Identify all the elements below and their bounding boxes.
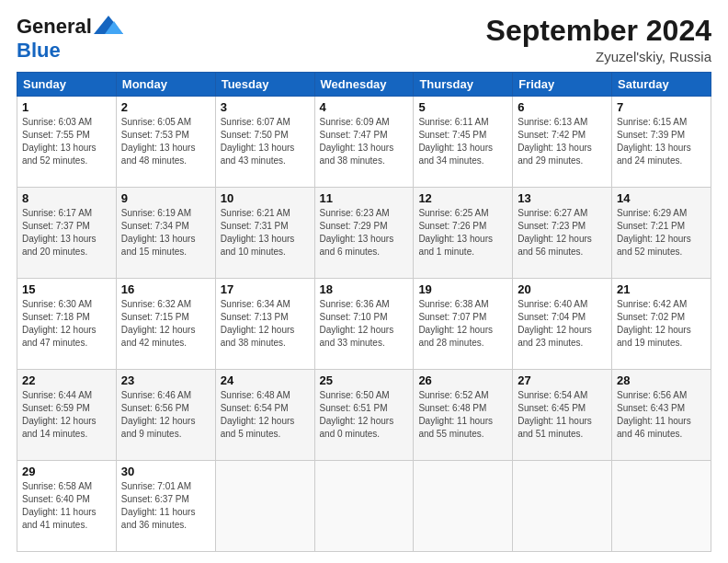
day-number: 26 — [418, 373, 507, 387]
day-number: 25 — [320, 373, 409, 387]
day-info: Sunrise: 6:58 AMSunset: 6:40 PMDaylight:… — [22, 481, 97, 530]
day-number: 11 — [320, 191, 409, 205]
day-number: 19 — [418, 282, 507, 296]
day-number: 20 — [518, 282, 607, 296]
day-info: Sunrise: 6:56 AMSunset: 6:43 PMDaylight:… — [617, 390, 691, 439]
calendar-cell: 10 Sunrise: 6:21 AMSunset: 7:31 PMDaylig… — [215, 188, 314, 279]
calendar: Sunday Monday Tuesday Wednesday Thursday… — [17, 72, 711, 552]
day-number: 14 — [617, 191, 706, 205]
calendar-row: 15 Sunrise: 6:30 AMSunset: 7:18 PMDaylig… — [17, 279, 711, 370]
header: General Blue September 2024 Zyuzel'skiy,… — [17, 15, 711, 64]
day-number: 30 — [121, 465, 210, 478]
calendar-cell: 1 Sunrise: 6:03 AMSunset: 7:55 PMDayligh… — [17, 97, 117, 188]
day-info: Sunrise: 6:48 AMSunset: 6:54 PMDaylight:… — [221, 390, 295, 439]
logo-blue-text: Blue — [17, 39, 123, 63]
day-number: 2 — [121, 100, 210, 114]
day-info: Sunrise: 6:34 AMSunset: 7:13 PMDaylight:… — [221, 299, 295, 348]
day-info: Sunrise: 6:17 AMSunset: 7:37 PMDaylight:… — [22, 208, 97, 257]
col-wednesday: Wednesday — [314, 73, 414, 97]
day-info: Sunrise: 6:32 AMSunset: 7:15 PMDaylight:… — [121, 299, 196, 348]
day-number: 18 — [320, 282, 409, 296]
day-number: 16 — [121, 282, 210, 296]
calendar-cell: 30 Sunrise: 7:01 AMSunset: 6:37 PMDaylig… — [116, 461, 215, 552]
day-info: Sunrise: 6:19 AMSunset: 7:34 PMDaylight:… — [121, 208, 196, 257]
day-info: Sunrise: 6:13 AMSunset: 7:42 PMDaylight:… — [518, 117, 592, 166]
calendar-cell: 4 Sunrise: 6:09 AMSunset: 7:47 PMDayligh… — [314, 97, 414, 188]
day-number: 17 — [221, 282, 310, 296]
day-info: Sunrise: 6:15 AMSunset: 7:39 PMDaylight:… — [617, 117, 691, 166]
day-number: 13 — [518, 191, 607, 205]
calendar-cell — [314, 461, 414, 552]
day-number: 12 — [418, 191, 507, 205]
calendar-cell: 7 Sunrise: 6:15 AMSunset: 7:39 PMDayligh… — [612, 97, 711, 188]
page: General Blue September 2024 Zyuzel'skiy,… — [0, 0, 728, 563]
calendar-cell: 26 Sunrise: 6:52 AMSunset: 6:48 PMDaylig… — [414, 370, 513, 461]
day-info: Sunrise: 6:23 AMSunset: 7:29 PMDaylight:… — [320, 208, 394, 257]
calendar-cell — [414, 461, 513, 552]
day-number: 29 — [22, 465, 111, 478]
col-thursday: Thursday — [414, 73, 513, 97]
day-number: 8 — [22, 191, 111, 205]
day-number: 10 — [221, 191, 310, 205]
calendar-cell: 8 Sunrise: 6:17 AMSunset: 7:37 PMDayligh… — [17, 188, 117, 279]
day-info: Sunrise: 6:29 AMSunset: 7:21 PMDaylight:… — [617, 208, 691, 257]
calendar-cell: 9 Sunrise: 6:19 AMSunset: 7:34 PMDayligh… — [116, 188, 215, 279]
day-info: Sunrise: 7:01 AMSunset: 6:37 PMDaylight:… — [121, 481, 196, 530]
day-info: Sunrise: 6:25 AMSunset: 7:26 PMDaylight:… — [418, 208, 493, 257]
calendar-cell: 28 Sunrise: 6:56 AMSunset: 6:43 PMDaylig… — [612, 370, 711, 461]
day-info: Sunrise: 6:07 AMSunset: 7:50 PMDaylight:… — [221, 117, 295, 166]
day-number: 1 — [22, 100, 111, 114]
day-number: 3 — [221, 100, 310, 114]
calendar-cell: 25 Sunrise: 6:50 AMSunset: 6:51 PMDaylig… — [314, 370, 414, 461]
day-number: 5 — [418, 100, 507, 114]
calendar-cell: 18 Sunrise: 6:36 AMSunset: 7:10 PMDaylig… — [314, 279, 414, 370]
day-info: Sunrise: 6:38 AMSunset: 7:07 PMDaylight:… — [418, 299, 493, 348]
calendar-cell: 17 Sunrise: 6:34 AMSunset: 7:13 PMDaylig… — [215, 279, 314, 370]
calendar-cell: 19 Sunrise: 6:38 AMSunset: 7:07 PMDaylig… — [414, 279, 513, 370]
calendar-row: 29 Sunrise: 6:58 AMSunset: 6:40 PMDaylig… — [17, 461, 711, 552]
day-info: Sunrise: 6:42 AMSunset: 7:02 PMDaylight:… — [617, 299, 691, 348]
day-info: Sunrise: 6:11 AMSunset: 7:45 PMDaylight:… — [418, 117, 493, 166]
calendar-cell: 23 Sunrise: 6:46 AMSunset: 6:56 PMDaylig… — [116, 370, 215, 461]
calendar-cell: 12 Sunrise: 6:25 AMSunset: 7:26 PMDaylig… — [414, 188, 513, 279]
calendar-row: 8 Sunrise: 6:17 AMSunset: 7:37 PMDayligh… — [17, 188, 711, 279]
day-info: Sunrise: 6:09 AMSunset: 7:47 PMDaylight:… — [320, 117, 394, 166]
calendar-cell: 20 Sunrise: 6:40 AMSunset: 7:04 PMDaylig… — [513, 279, 612, 370]
day-number: 4 — [320, 100, 409, 114]
col-sunday: Sunday — [17, 73, 117, 97]
day-info: Sunrise: 6:46 AMSunset: 6:56 PMDaylight:… — [121, 390, 196, 439]
calendar-row: 22 Sunrise: 6:44 AMSunset: 6:59 PMDaylig… — [17, 370, 711, 461]
day-info: Sunrise: 6:05 AMSunset: 7:53 PMDaylight:… — [121, 117, 196, 166]
day-number: 9 — [121, 191, 210, 205]
calendar-cell: 13 Sunrise: 6:27 AMSunset: 7:23 PMDaylig… — [513, 188, 612, 279]
day-number: 23 — [121, 373, 210, 387]
day-info: Sunrise: 6:44 AMSunset: 6:59 PMDaylight:… — [22, 390, 97, 439]
day-number: 24 — [221, 373, 310, 387]
calendar-cell: 11 Sunrise: 6:23 AMSunset: 7:29 PMDaylig… — [314, 188, 414, 279]
calendar-header-row: Sunday Monday Tuesday Wednesday Thursday… — [17, 73, 711, 97]
calendar-cell: 5 Sunrise: 6:11 AMSunset: 7:45 PMDayligh… — [414, 97, 513, 188]
logo-icon — [94, 16, 123, 34]
col-friday: Friday — [513, 73, 612, 97]
logo-general-text: General — [17, 15, 92, 39]
calendar-cell — [612, 461, 711, 552]
col-monday: Monday — [116, 73, 215, 97]
day-info: Sunrise: 6:40 AMSunset: 7:04 PMDaylight:… — [518, 299, 592, 348]
day-info: Sunrise: 6:52 AMSunset: 6:48 PMDaylight:… — [418, 390, 493, 439]
day-info: Sunrise: 6:30 AMSunset: 7:18 PMDaylight:… — [22, 299, 97, 348]
day-info: Sunrise: 6:21 AMSunset: 7:31 PMDaylight:… — [221, 208, 295, 257]
col-tuesday: Tuesday — [215, 73, 314, 97]
calendar-cell: 14 Sunrise: 6:29 AMSunset: 7:21 PMDaylig… — [612, 188, 711, 279]
calendar-cell: 16 Sunrise: 6:32 AMSunset: 7:15 PMDaylig… — [116, 279, 215, 370]
day-info: Sunrise: 6:54 AMSunset: 6:45 PMDaylight:… — [518, 390, 592, 439]
calendar-cell: 6 Sunrise: 6:13 AMSunset: 7:42 PMDayligh… — [513, 97, 612, 188]
calendar-cell — [215, 461, 314, 552]
day-number: 21 — [617, 282, 706, 296]
day-number: 27 — [518, 373, 607, 387]
title-block: September 2024 Zyuzel'skiy, Russia — [486, 15, 711, 64]
calendar-row: 1 Sunrise: 6:03 AMSunset: 7:55 PMDayligh… — [17, 97, 711, 188]
day-number: 6 — [518, 100, 607, 114]
logo: General Blue — [17, 15, 123, 63]
location: Zyuzel'skiy, Russia — [486, 49, 711, 64]
calendar-cell: 3 Sunrise: 6:07 AMSunset: 7:50 PMDayligh… — [215, 97, 314, 188]
